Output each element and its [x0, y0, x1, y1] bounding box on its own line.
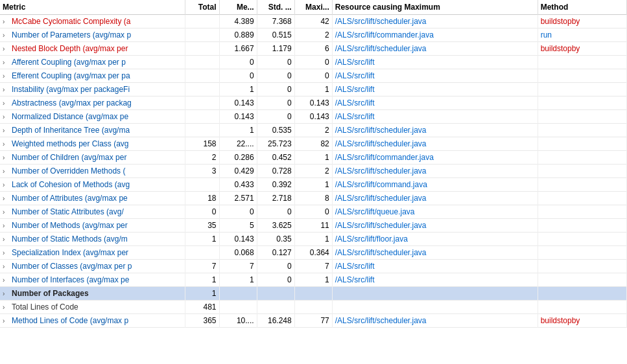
max-cell — [294, 287, 332, 301]
method-cell — [538, 137, 626, 151]
resource-cell — [332, 287, 538, 301]
table-row[interactable]: ›Number of Static Attributes (avg/0000/A… — [0, 205, 627, 219]
expand-icon[interactable]: › — [3, 236, 10, 244]
table-row[interactable]: ›Number of Parameters (avg/max p0.8890.5… — [0, 28, 627, 42]
table-row[interactable]: ›Instability (avg/max per packageFi101/A… — [0, 83, 627, 97]
method-link[interactable]: run — [541, 30, 552, 40]
table-row[interactable]: ›Normalized Distance (avg/max pe0.14300.… — [0, 110, 627, 124]
expand-icon[interactable]: › — [3, 32, 10, 40]
expand-icon[interactable]: › — [3, 100, 10, 108]
expand-icon[interactable]: › — [3, 304, 10, 312]
resource-link[interactable]: /ALS/src/lift/scheduler.java — [335, 166, 427, 176]
resource-link[interactable]: /ALS/src/lift/scheduler.java — [335, 194, 427, 203]
max-cell: 2 — [294, 124, 332, 137]
table-row[interactable]: ›Nested Block Depth (avg/max per1.6671.1… — [0, 42, 627, 56]
table-row[interactable]: ›Lack of Cohesion of Methods (avg0.4330.… — [0, 178, 627, 192]
expand-icon[interactable]: › — [3, 317, 10, 325]
resource-link[interactable]: /ALS/src/lift/scheduler.java — [335, 139, 427, 148]
resource-link[interactable]: /ALS/src/lift/floor.java — [335, 234, 408, 244]
resource-link[interactable]: /ALS/src/lift/queue.java — [335, 207, 415, 216]
std-cell: 0.535 — [257, 124, 294, 137]
expand-icon[interactable]: › — [3, 195, 10, 203]
resource-link[interactable]: /ALS/src/lift/command.java — [335, 180, 427, 189]
expand-icon[interactable]: › — [3, 290, 10, 298]
table-row[interactable]: ›Number of Packages1 — [0, 287, 627, 301]
max-cell: 8 — [294, 192, 332, 205]
expand-icon[interactable]: › — [3, 249, 10, 257]
resource-link[interactable]: /ALS/src/lift/commander.java — [335, 153, 434, 162]
total-cell: 1 — [185, 273, 219, 287]
table-row[interactable]: ›Weighted methods per Class (avg15822...… — [0, 137, 627, 151]
resource-link[interactable]: /ALS/src/lift/scheduler.java — [335, 17, 427, 26]
table-row[interactable]: ›Method Lines of Code (avg/max p36510...… — [0, 314, 627, 328]
expand-icon[interactable]: › — [3, 277, 10, 284]
metric-name: Abstractness (avg/max per packag — [12, 98, 132, 108]
mean-cell: 0.433 — [219, 178, 257, 192]
table-row[interactable]: ›Afferent Coupling (avg/max per p000/ALS… — [0, 56, 627, 69]
table-row[interactable]: ›Total Lines of Code481 — [0, 301, 627, 314]
total-cell — [185, 124, 219, 137]
resource-link[interactable]: /ALS/src/lift — [335, 275, 375, 284]
resource-link[interactable]: /ALS/src/lift — [335, 112, 375, 121]
metric-name: Nested Block Depth (avg/max per — [12, 44, 128, 53]
table-row[interactable]: ›Number of Children (avg/max per20.2860.… — [0, 151, 627, 165]
std-cell: 0.392 — [257, 178, 294, 192]
method-cell — [538, 110, 626, 124]
expand-icon[interactable]: › — [3, 86, 10, 94]
max-cell: 0 — [294, 205, 332, 219]
std-cell: 0.728 — [257, 165, 294, 178]
resource-link[interactable]: /ALS/src/lift — [335, 98, 375, 108]
resource-link[interactable]: /ALS/src/lift — [335, 262, 375, 271]
col-header-total: Total — [185, 0, 219, 15]
table-row[interactable]: ›Number of Static Methods (avg/m10.1430.… — [0, 233, 627, 246]
resource-link[interactable]: /ALS/src/lift/commander.java — [335, 30, 434, 40]
metric-cell: ›Weighted methods per Class (avg — [0, 137, 185, 151]
resource-link[interactable]: /ALS/src/lift — [335, 71, 375, 80]
method-link[interactable]: buildstopby — [541, 17, 580, 26]
resource-link[interactable]: /ALS/src/lift/scheduler.java — [335, 221, 427, 230]
metric-name: Instability (avg/max per packageFi — [12, 85, 130, 94]
table-row[interactable]: ›Number of Attributes (avg/max pe182.571… — [0, 192, 627, 205]
metrics-table-container: Metric Total Me... Std. ... Maxi... Reso… — [0, 0, 627, 364]
resource-link[interactable]: /ALS/src/lift/scheduler.java — [335, 248, 427, 257]
expand-icon[interactable]: › — [3, 45, 10, 53]
metric-name: McCabe Cyclomatic Complexity (a — [12, 17, 130, 26]
table-row[interactable]: ›Depth of Inheritance Tree (avg/ma10.535… — [0, 124, 627, 137]
expand-icon[interactable]: › — [3, 209, 10, 216]
resource-link[interactable]: /ALS/src/lift/scheduler.java — [335, 316, 427, 325]
method-cell — [538, 124, 626, 137]
expand-icon[interactable]: › — [3, 73, 10, 80]
table-row[interactable]: ›McCabe Cyclomatic Complexity (a4.3897.3… — [0, 15, 627, 28]
table-row[interactable]: ›Number of Overridden Methods (30.4290.7… — [0, 165, 627, 178]
table-row[interactable]: ›Number of Interfaces (avg/max pe1101/AL… — [0, 273, 627, 287]
resource-cell: /ALS/src/lift/scheduler.java — [332, 314, 538, 328]
expand-icon[interactable]: › — [3, 141, 10, 148]
method-link[interactable]: buildstopby — [541, 44, 580, 53]
method-link[interactable]: buildstopby — [541, 316, 580, 325]
total-cell: 481 — [185, 301, 219, 314]
expand-icon[interactable]: › — [3, 222, 10, 230]
expand-icon[interactable]: › — [3, 263, 10, 271]
std-cell: 0 — [257, 273, 294, 287]
max-cell: 77 — [294, 314, 332, 328]
expand-icon[interactable]: › — [3, 168, 10, 176]
expand-icon[interactable]: › — [3, 127, 10, 135]
resource-cell: /ALS/src/lift/commander.java — [332, 151, 538, 165]
std-cell: 0 — [257, 205, 294, 219]
table-row[interactable]: ›Number of Classes (avg/max per p7707/AL… — [0, 260, 627, 273]
col-header-mean: Me... — [219, 0, 257, 15]
resource-cell: /ALS/src/lift — [332, 69, 538, 83]
expand-icon[interactable]: › — [3, 59, 10, 67]
expand-icon[interactable]: › — [3, 181, 10, 189]
resource-link[interactable]: /ALS/src/lift/scheduler.java — [335, 44, 427, 53]
expand-icon[interactable]: › — [3, 18, 10, 26]
table-row[interactable]: ›Specialization Index (avg/max per0.0680… — [0, 246, 627, 260]
table-row[interactable]: ›Number of Methods (avg/max per3553.6251… — [0, 219, 627, 233]
table-row[interactable]: ›Efferent Coupling (avg/max per pa000/AL… — [0, 69, 627, 83]
table-row[interactable]: ›Abstractness (avg/max per packag0.14300… — [0, 97, 627, 110]
expand-icon[interactable]: › — [3, 154, 10, 162]
resource-link[interactable]: /ALS/src/lift/scheduler.java — [335, 126, 427, 135]
resource-link[interactable]: /ALS/src/lift — [335, 85, 375, 94]
expand-icon[interactable]: › — [3, 113, 10, 121]
resource-link[interactable]: /ALS/src/lift — [335, 58, 375, 67]
